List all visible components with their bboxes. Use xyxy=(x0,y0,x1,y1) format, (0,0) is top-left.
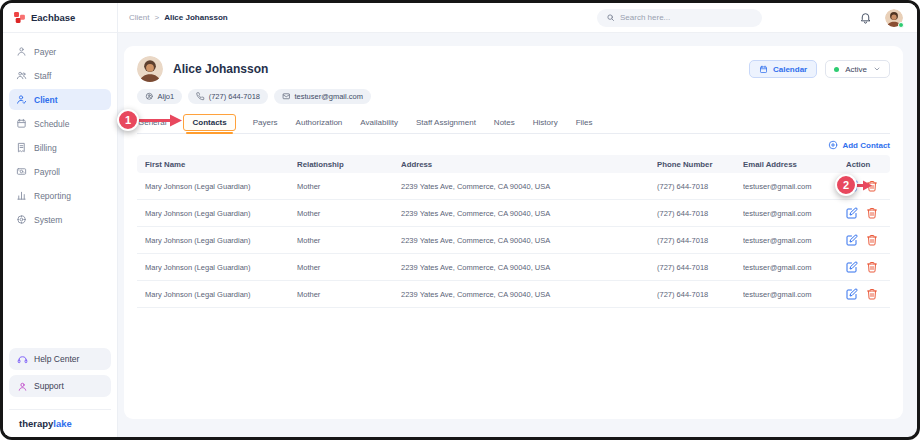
trash-icon xyxy=(866,288,878,300)
topbar: Client > Alice Johansson xyxy=(118,3,917,33)
support-button[interactable]: Support xyxy=(9,375,111,397)
cell-phone: (727) 644-7018 xyxy=(657,182,743,191)
sidebar-item-client[interactable]: Client xyxy=(9,89,111,110)
annotation-step-1-arrow xyxy=(138,114,182,127)
sidebar-item-staff[interactable]: Staff xyxy=(9,65,111,86)
cell-email: testuser@gmail.com xyxy=(743,263,846,272)
sidebar-item-label: Payer xyxy=(34,47,56,57)
sidebar-item-label: Staff xyxy=(34,71,51,81)
edit-pencil-icon xyxy=(846,288,858,300)
trash-icon xyxy=(866,234,878,246)
table-toolbar: Add Contact xyxy=(137,140,890,150)
annotation-step-1-badge: 1 xyxy=(117,109,139,131)
add-contact-button[interactable]: Add Contact xyxy=(828,140,890,150)
breadcrumb-current: Alice Johansson xyxy=(164,13,228,22)
client-header: Alice Johansson Calendar Active xyxy=(137,55,890,83)
table-row: Mary Johnson (Legal Guardian) Mother 223… xyxy=(137,254,890,281)
sidebar-item-system[interactable]: System xyxy=(9,209,111,230)
calendar-icon xyxy=(759,65,768,74)
client-email-value: testuser@gmail.com xyxy=(294,92,362,101)
sidebar-item-payroll[interactable]: Payroll xyxy=(9,161,111,182)
breadcrumb-parent-link[interactable]: Client xyxy=(129,13,149,22)
cell-relationship: Mother xyxy=(297,182,401,191)
status-active-dot xyxy=(834,67,839,72)
cell-relationship: Mother xyxy=(297,236,401,245)
sidebar-item-payer[interactable]: Payer xyxy=(9,41,111,62)
calendar-button-label: Calendar xyxy=(773,65,807,74)
client-tabs: General Contacts Payers Authorization Av… xyxy=(137,112,890,134)
cell-actions xyxy=(846,207,882,219)
brand-name: Eachbase xyxy=(31,12,75,23)
cell-relationship: Mother xyxy=(297,290,401,299)
client-header-actions: Calendar Active xyxy=(749,60,890,78)
cell-first-name: Mary Johnson (Legal Guardian) xyxy=(145,236,297,245)
column-email: Email Address xyxy=(743,160,846,169)
sidebar-item-label: Payroll xyxy=(34,167,60,177)
client-phone-chip: (727) 644-7018 xyxy=(188,89,268,104)
help-center-label: Help Center xyxy=(34,354,79,364)
edit-contact-button[interactable] xyxy=(846,288,858,300)
edit-contact-button[interactable] xyxy=(846,207,858,219)
main-area: Client > Alice Johansson xyxy=(118,3,917,437)
client-icon xyxy=(16,94,27,105)
sidebar-item-label: Reporting xyxy=(34,191,71,201)
cell-actions xyxy=(846,234,882,246)
client-name: Alice Johansson xyxy=(173,62,268,76)
footer-brand-primary: therapy xyxy=(19,418,53,429)
sidebar-item-label: Client xyxy=(34,95,58,105)
tab-files[interactable]: Files xyxy=(575,115,594,130)
client-id-icon xyxy=(145,92,154,101)
phone-icon xyxy=(196,92,205,101)
help-center-button[interactable]: Help Center xyxy=(9,348,111,370)
notifications-bell-icon[interactable] xyxy=(859,11,872,24)
cell-address: 2239 Yates Ave, Commerce, CA 90040, USA xyxy=(401,263,657,272)
app-window: Eachbase Payer Staff Client Schedule Bil… xyxy=(0,0,920,440)
cell-email: testuser@gmail.com xyxy=(743,209,846,218)
plus-circle-icon xyxy=(828,140,838,150)
table-row: Mary Johnson (Legal Guardian) Mother 223… xyxy=(137,227,890,254)
edit-contact-button[interactable] xyxy=(846,261,858,273)
delete-contact-button[interactable] xyxy=(866,234,878,246)
schedule-icon xyxy=(16,118,27,129)
client-email-chip: testuser@gmail.com xyxy=(274,89,371,104)
breadcrumb: Client > Alice Johansson xyxy=(129,13,228,22)
payer-icon xyxy=(16,46,27,57)
delete-contact-button[interactable] xyxy=(866,261,878,273)
annotation-step-2-badge: 2 xyxy=(835,174,857,196)
table-row: Mary Johnson (Legal Guardian) Mother 223… xyxy=(137,281,890,308)
edit-contact-button[interactable] xyxy=(846,234,858,246)
tab-authorization[interactable]: Authorization xyxy=(295,115,344,130)
cell-phone: (727) 644-7018 xyxy=(657,236,743,245)
tab-history[interactable]: History xyxy=(532,115,559,130)
cell-address: 2239 Yates Ave, Commerce, CA 90040, USA xyxy=(401,182,657,191)
sidebar: Eachbase Payer Staff Client Schedule Bil… xyxy=(3,3,118,437)
search-input[interactable] xyxy=(620,13,753,22)
contacts-table-header: First Name Relationship Address Phone Nu… xyxy=(137,155,890,173)
delete-contact-button[interactable] xyxy=(866,207,878,219)
staff-icon xyxy=(16,70,27,81)
sidebar-item-label: Billing xyxy=(34,143,57,153)
status-dropdown[interactable]: Active xyxy=(825,60,890,78)
search-icon xyxy=(606,13,615,22)
sidebar-item-billing[interactable]: Billing xyxy=(9,137,111,158)
client-phone-value: (727) 644-7018 xyxy=(209,92,260,101)
column-phone: Phone Number xyxy=(657,160,743,169)
therapylake-logo: therapylake xyxy=(9,409,111,437)
calendar-button[interactable]: Calendar xyxy=(749,60,817,78)
cell-address: 2239 Yates Ave, Commerce, CA 90040, USA xyxy=(401,290,657,299)
cell-email: testuser@gmail.com xyxy=(743,236,846,245)
cell-address: 2239 Yates Ave, Commerce, CA 90040, USA xyxy=(401,236,657,245)
user-avatar[interactable] xyxy=(885,9,903,27)
tab-availability[interactable]: Availability xyxy=(359,115,399,130)
search-box xyxy=(597,9,762,27)
sidebar-item-schedule[interactable]: Schedule xyxy=(9,113,111,134)
tab-staff-assignment[interactable]: Staff Assignment xyxy=(415,115,477,130)
sidebar-item-reporting[interactable]: Reporting xyxy=(9,185,111,206)
tab-notes[interactable]: Notes xyxy=(493,115,516,130)
add-contact-label: Add Contact xyxy=(842,141,890,150)
tab-contacts[interactable]: Contacts xyxy=(183,114,235,131)
delete-contact-button[interactable] xyxy=(866,288,878,300)
column-relationship: Relationship xyxy=(297,160,401,169)
support-label: Support xyxy=(34,381,64,391)
tab-payers[interactable]: Payers xyxy=(252,115,279,130)
